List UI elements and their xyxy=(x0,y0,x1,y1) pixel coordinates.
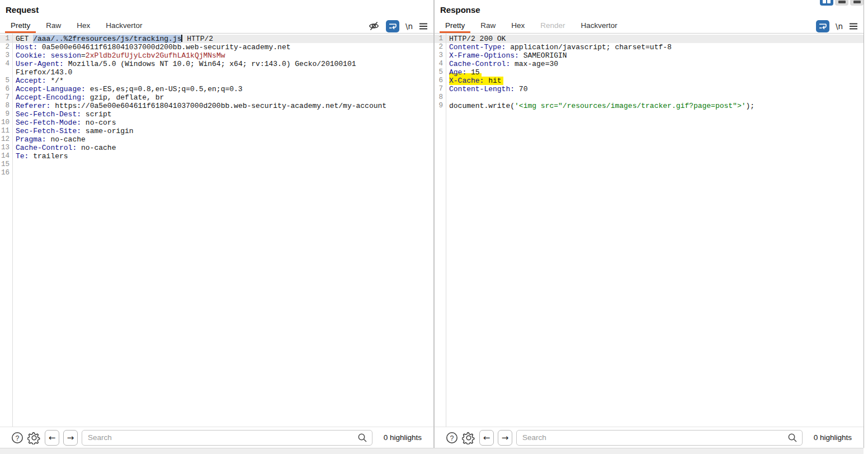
code-line[interactable]: 1GET /aaa/..%2fresources/js/tracking.js … xyxy=(0,35,433,43)
svg-text:?: ? xyxy=(16,434,20,442)
code-segment: '<img src="/resources/images/tracker.gif… xyxy=(515,102,746,110)
code-line[interactable]: 7Accept-Encoding: gzip, deflate, br xyxy=(0,93,433,102)
code-segment: Accept-Encoding: xyxy=(16,93,86,102)
code-line[interactable]: 16 xyxy=(0,169,433,177)
tab-hex[interactable]: Hex xyxy=(504,19,532,33)
line-number: 2 xyxy=(435,43,446,51)
tab-raw[interactable]: Raw xyxy=(473,19,503,33)
word-wrap-icon[interactable] xyxy=(816,20,829,32)
code-segment: Accept: xyxy=(16,77,46,85)
help-icon[interactable]: ? xyxy=(11,432,23,444)
line-number: 14 xyxy=(0,152,12,160)
response-title: Response xyxy=(435,0,864,19)
code-segment: same-origin xyxy=(81,127,134,135)
code-segment: Mozilla/5.0 (Windows NT 10.0; Win64; x64… xyxy=(64,60,356,68)
code-line[interactable]: 5Age: 15 xyxy=(435,68,864,77)
tab-hex[interactable]: Hex xyxy=(69,19,97,33)
code-segment: Sec-Fetch-Mode: xyxy=(16,119,81,127)
code-line[interactable]: 11Sec-Fetch-Site: same-origin xyxy=(0,127,433,135)
line-number: 15 xyxy=(0,160,12,169)
code-segment: application/javascript; charset=utf-8 xyxy=(506,43,671,51)
tab-raw[interactable]: Raw xyxy=(39,19,68,33)
line-number: 12 xyxy=(0,135,12,144)
layout-switcher xyxy=(820,0,864,6)
code-line[interactable]: 1HTTP/2 200 OK xyxy=(435,35,864,43)
newline-chars-icon[interactable]: \n xyxy=(405,22,413,31)
line-number: 2 xyxy=(0,43,12,51)
request-search xyxy=(82,430,372,446)
code-line[interactable]: 12Pragma: no-cache xyxy=(0,135,433,144)
code-line[interactable]: Firefox/143.0 xyxy=(0,68,433,77)
response-editor[interactable]: 1HTTP/2 200 OK2Content-Type: application… xyxy=(435,34,864,427)
code-line[interactable]: 6X-Cache: hit xyxy=(435,77,864,85)
search-input[interactable] xyxy=(82,430,372,446)
tab-hackvertor[interactable]: Hackvertor xyxy=(574,19,625,33)
code-line[interactable]: 15 xyxy=(0,160,433,169)
code-segment: 15 xyxy=(466,68,479,77)
code-segment: Pragma: xyxy=(16,135,46,144)
request-editor[interactable]: 1GET /aaa/..%2fresources/js/tracking.js … xyxy=(0,34,433,427)
menu-icon[interactable] xyxy=(849,22,858,30)
search-input[interactable] xyxy=(516,430,803,446)
code-segment: Cache-Control: xyxy=(16,144,77,152)
code-segment: ); xyxy=(746,102,755,110)
code-line[interactable]: 9document.write('<img src="/resources/im… xyxy=(435,102,864,110)
next-match-button[interactable]: → xyxy=(498,430,512,446)
code-line[interactable]: 7Content-Length: 70 xyxy=(435,85,864,93)
code-line[interactable]: 2Content-Type: application/javascript; c… xyxy=(435,43,864,51)
code-segment: script xyxy=(81,110,112,119)
code-segment: Accept-Language: xyxy=(16,85,86,93)
code-line[interactable]: 4User-Agent: Mozilla/5.0 (Windows NT 10.… xyxy=(0,60,433,68)
line-number: 13 xyxy=(0,144,12,152)
line-number: 6 xyxy=(435,77,446,85)
line-number: 7 xyxy=(0,93,12,102)
prev-match-button[interactable]: ← xyxy=(45,430,59,446)
line-number xyxy=(0,68,12,77)
columns-layout-button[interactable] xyxy=(820,0,833,6)
line-number: 1 xyxy=(435,35,446,43)
line-number: 8 xyxy=(435,93,446,102)
code-segment: SAMEORIGIN xyxy=(519,51,567,60)
response-tabbar: PrettyRawHexRenderHackvertor \n xyxy=(435,19,864,34)
code-line[interactable]: 3Cookie: session=2xPldb2ufUjyLcbv2GufhLA… xyxy=(0,51,433,60)
code-line[interactable]: 2Host: 0a5e00e604611f618041037000d200bb.… xyxy=(0,43,433,51)
request-searchbar: ? ← → 0 highlights xyxy=(0,427,433,448)
code-line[interactable]: 4Cache-Control: max-age=30 xyxy=(435,60,864,68)
code-segment: Age: xyxy=(449,68,466,77)
code-segment: Cookie: xyxy=(16,51,46,60)
code-segment: es-ES,es;q=0.8,en-US;q=0.5,en;q=0.3 xyxy=(86,85,243,93)
settings-gear-icon[interactable] xyxy=(27,431,41,444)
response-panel: Response PrettyRawHexRenderHackvertor \n xyxy=(435,0,864,448)
code-line[interactable]: 14Te: trailers xyxy=(0,152,433,160)
code-line[interactable]: 6Accept-Language: es-ES,es;q=0.8,en-US;q… xyxy=(0,85,433,93)
newline-chars-icon[interactable]: \n xyxy=(836,22,843,31)
request-tabs: PrettyRawHexHackvertor xyxy=(3,19,150,33)
line-number: 9 xyxy=(0,110,12,119)
code-line[interactable]: 3X-Frame-Options: SAMEORIGIN xyxy=(435,51,864,60)
code-line[interactable]: 8 xyxy=(435,93,864,102)
single-layout-button[interactable] xyxy=(850,0,864,6)
next-match-button[interactable]: → xyxy=(63,430,78,446)
code-line[interactable]: 9Sec-Fetch-Dest: script xyxy=(0,110,433,119)
line-number: 1 xyxy=(0,35,12,43)
settings-gear-icon[interactable] xyxy=(462,431,475,444)
help-icon[interactable]: ? xyxy=(446,432,458,444)
tab-hackvertor[interactable]: Hackvertor xyxy=(98,19,149,33)
code-segment: gzip, deflate, br xyxy=(86,93,164,102)
code-line[interactable]: 13Cache-Control: no-cache xyxy=(0,144,433,152)
code-line[interactable]: 10Sec-Fetch-Mode: no-cors xyxy=(0,119,433,127)
tab-pretty[interactable]: Pretty xyxy=(438,19,472,33)
menu-icon[interactable] xyxy=(419,22,428,30)
code-segment: GET xyxy=(16,35,33,43)
prev-match-button[interactable]: ← xyxy=(479,430,494,446)
word-wrap-icon[interactable] xyxy=(386,20,399,32)
code-line[interactable]: 5Accept: */* xyxy=(0,77,433,85)
message-editor-split: Request PrettyRawHexHackvertor xyxy=(0,0,864,448)
line-number: 6 xyxy=(0,85,12,93)
hide-nonprintable-icon[interactable] xyxy=(368,20,380,32)
tab-pretty[interactable]: Pretty xyxy=(3,19,37,33)
code-line[interactable]: 8Referer: https://0a5e00e604611f61804103… xyxy=(0,102,433,110)
rows-layout-button[interactable] xyxy=(835,0,848,6)
highlights-count: 0 highlights xyxy=(806,433,859,442)
line-number: 5 xyxy=(0,77,12,85)
